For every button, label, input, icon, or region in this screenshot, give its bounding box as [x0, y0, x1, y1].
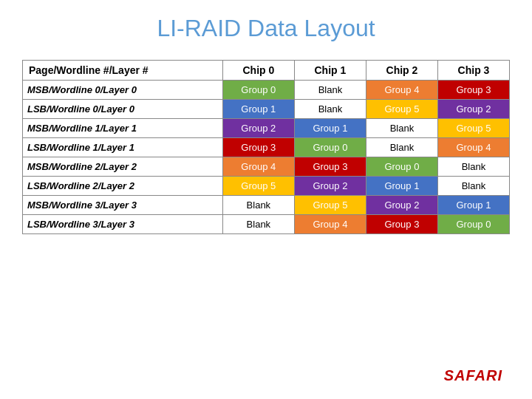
cell-r2-c1: Group 1	[294, 119, 366, 138]
table-row: MSB/Wordline 1/Layer 1Group 2Group 1Blan…	[23, 119, 510, 138]
table-header-row: Page/Wordline #/Layer #Chip 0Chip 1Chip …	[23, 61, 510, 81]
cell-r1-c2: Group 5	[366, 100, 437, 119]
cell-r3-c3: Group 4	[437, 138, 509, 157]
cell-r0-c0: Group 0	[222, 81, 294, 100]
column-header-2: Chip 1	[294, 61, 366, 81]
cell-r1-c1: Blank	[294, 100, 366, 119]
page: LI-RAID Data Layout Page/Wordline #/Laye…	[0, 0, 532, 399]
safari-logo: SAFARI	[444, 367, 510, 384]
cell-r2-c0: Group 2	[222, 119, 294, 138]
cell-r6-c2: Group 2	[366, 196, 437, 215]
cell-r0-c2: Group 4	[366, 81, 437, 100]
table-row: MSB/Wordline 3/Layer 3BlankGroup 5Group …	[23, 196, 510, 215]
cell-r5-c1: Group 2	[294, 177, 366, 196]
cell-r6-c3: Group 1	[437, 196, 509, 215]
table-row: LSB/Wordline 1/Layer 1Group 3Group 0Blan…	[23, 138, 510, 157]
table-row: MSB/Wordline 2/Layer 2Group 4Group 3Grou…	[23, 157, 510, 177]
cell-r7-c0: Blank	[222, 215, 294, 234]
cell-r3-c0: Group 3	[222, 138, 294, 157]
cell-r4-c1: Group 3	[294, 157, 366, 177]
cell-r6-c1: Group 5	[294, 196, 366, 215]
cell-r4-c0: Group 4	[222, 157, 294, 177]
table-row: MSB/Wordline 0/Layer 0Group 0BlankGroup …	[23, 81, 510, 100]
cell-r5-c2: Group 1	[366, 177, 437, 196]
cell-r5-c3: Blank	[437, 177, 509, 196]
row-label-6: MSB/Wordline 3/Layer 3	[23, 196, 223, 215]
cell-r2-c2: Blank	[366, 119, 437, 138]
cell-r3-c2: Blank	[366, 138, 437, 157]
cell-r4-c2: Group 0	[366, 157, 437, 177]
cell-r2-c3: Group 5	[437, 119, 509, 138]
column-header-4: Chip 3	[437, 61, 509, 81]
page-title: LI-RAID Data Layout	[157, 15, 375, 42]
cell-r7-c1: Group 4	[294, 215, 366, 234]
cell-r1-c3: Group 2	[437, 100, 509, 119]
row-label-4: MSB/Wordline 2/Layer 2	[23, 157, 223, 177]
row-label-7: LSB/Wordline 3/Layer 3	[23, 215, 223, 234]
table-row: LSB/Wordline 3/Layer 3BlankGroup 4Group …	[23, 215, 510, 234]
cell-r5-c0: Group 5	[222, 177, 294, 196]
table-row: LSB/Wordline 0/Layer 0Group 1BlankGroup …	[23, 100, 510, 119]
row-label-1: LSB/Wordline 0/Layer 0	[23, 100, 223, 119]
cell-r6-c0: Blank	[222, 196, 294, 215]
row-label-0: MSB/Wordline 0/Layer 0	[23, 81, 223, 100]
column-header-1: Chip 0	[222, 61, 294, 81]
cell-r7-c2: Group 3	[366, 215, 437, 234]
column-header-3: Chip 2	[366, 61, 437, 81]
column-header-0: Page/Wordline #/Layer #	[23, 61, 223, 81]
cell-r3-c1: Group 0	[294, 138, 366, 157]
table-row: LSB/Wordline 2/Layer 2Group 5Group 2Grou…	[23, 177, 510, 196]
row-label-2: MSB/Wordline 1/Layer 1	[23, 119, 223, 138]
cell-r1-c0: Group 1	[222, 100, 294, 119]
cell-r4-c3: Blank	[437, 157, 509, 177]
cell-r0-c1: Blank	[294, 81, 366, 100]
data-table: Page/Wordline #/Layer #Chip 0Chip 1Chip …	[22, 60, 510, 234]
cell-r7-c3: Group 0	[437, 215, 509, 234]
row-label-5: LSB/Wordline 2/Layer 2	[23, 177, 223, 196]
cell-r0-c3: Group 3	[437, 81, 509, 100]
row-label-3: LSB/Wordline 1/Layer 1	[23, 138, 223, 157]
